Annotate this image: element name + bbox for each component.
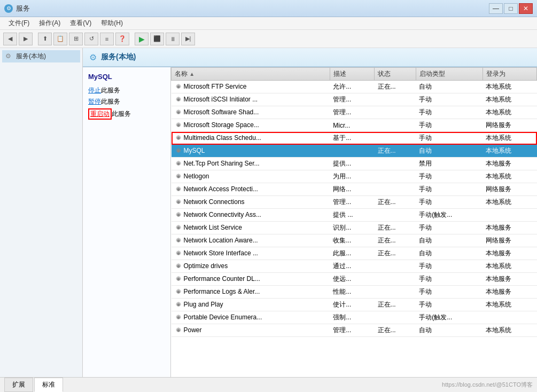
cell-startup: 手动 — [416, 183, 482, 196]
cell-status: 正在... — [375, 81, 416, 93]
stop-link[interactable]: 停止 — [88, 87, 101, 94]
pause-suffix: 此服务 — [101, 98, 120, 105]
cell-name: Microsoft Software Shad... — [172, 106, 330, 119]
cell-status — [375, 158, 416, 170]
sidebar-item-services[interactable]: ⚙ 服务(本地) — [2, 50, 80, 62]
cell-desc: Micr... — [330, 119, 374, 132]
table-row[interactable]: Performance Logs & Aler...性能...手动本地服务 — [172, 286, 537, 299]
toolbar-pause[interactable]: ⏸ — [166, 33, 180, 45]
tab-expand[interactable]: 扩展 — [4, 378, 33, 392]
toolbar-show-hide[interactable]: 📋 — [53, 33, 67, 45]
table-row[interactable]: Plug and Play使计...正在...手动本地系统 — [172, 299, 537, 311]
cell-startup: 手动 — [416, 93, 482, 106]
cell-login: 本地服务 — [482, 158, 536, 170]
cell-name: Microsoft FTP Service — [172, 81, 330, 93]
cell-startup: 禁用 — [416, 158, 482, 170]
right-panel: ⚙ 服务(本地) MySQL 停止此服务 暂停此服务 重启动此服务 — [83, 48, 537, 377]
minimize-button[interactable]: — — [489, 3, 503, 14]
menu-view[interactable]: 查看(V) — [66, 18, 96, 29]
panel-header-icon: ⚙ — [89, 52, 97, 62]
cell-desc: 允许... — [330, 81, 374, 93]
toolbar-help[interactable]: ❓ — [115, 33, 129, 45]
table-container[interactable]: 名称 ▲ 描述 状态 启动类型 登录为 Microsoft FTP Servic… — [171, 67, 537, 377]
toolbar-refresh[interactable]: ↺ — [84, 33, 98, 45]
close-button[interactable]: ✕ — [519, 3, 533, 14]
cell-name: MySQL — [172, 145, 330, 158]
table-row[interactable]: Optimize drives通过...手动本地系统 — [172, 260, 537, 273]
table-row[interactable]: Microsoft iSCSI Initiator ...管理...手动本地系统 — [172, 93, 537, 106]
watermark: https://blog.csdn.net/@51CTO博客 — [442, 381, 533, 389]
toolbar-up[interactable]: ⬆ — [38, 33, 52, 45]
col-header-name[interactable]: 名称 ▲ — [172, 68, 330, 81]
cell-status — [375, 183, 416, 196]
window-title: 服务 — [16, 4, 30, 13]
table-row[interactable]: Multimedia Class Schedu...基于...手动本地系统 — [172, 132, 537, 145]
sidebar-item-label: 服务(本地) — [16, 52, 46, 61]
table-row[interactable]: Power管理...正在...自动本地系统 — [172, 324, 537, 337]
table-row[interactable]: Performance Counter DL...使远...手动本地服务 — [172, 273, 537, 286]
cell-name: Network List Service — [172, 222, 330, 234]
toolbar-forward[interactable]: ▶ — [19, 33, 33, 45]
table-row[interactable]: Microsoft FTP Service允许...正在...自动本地系统 — [172, 81, 537, 93]
cell-login: 本地系统 — [482, 170, 536, 183]
cell-status — [375, 132, 416, 145]
cell-status — [375, 273, 416, 286]
service-info-panel: MySQL 停止此服务 暂停此服务 重启动此服务 — [83, 67, 171, 377]
table-row[interactable]: Network Connectivity Ass...提供 ...手动(触发..… — [172, 209, 537, 222]
menu-action[interactable]: 操作(A) — [35, 18, 65, 29]
col-header-login[interactable]: 登录为 — [482, 68, 536, 81]
cell-desc: 强制... — [330, 311, 374, 324]
toolbar-back[interactable]: ◀ — [3, 33, 17, 45]
cell-login: 本地系统 — [482, 299, 536, 311]
menu-help[interactable]: 帮助(H) — [97, 18, 127, 29]
toolbar-play[interactable]: ▶ — [135, 33, 149, 45]
cell-status: 正在... — [375, 324, 416, 337]
cell-desc: 此服... — [330, 247, 374, 260]
cell-name: Net.Tcp Port Sharing Ser... — [172, 158, 330, 170]
toolbar-restart[interactable]: ▶| — [181, 33, 195, 45]
table-row[interactable]: Network List Service识别...正在...手动本地服务 — [172, 222, 537, 234]
cell-desc: 使远... — [330, 273, 374, 286]
cell-status — [375, 286, 416, 299]
col-header-startup[interactable]: 启动类型 — [416, 68, 482, 81]
pause-link[interactable]: 暂停 — [88, 98, 101, 105]
cell-status — [375, 106, 416, 119]
cell-desc — [330, 145, 374, 158]
cell-login: 本地服务 — [482, 286, 536, 299]
table-row[interactable]: Netlogon为用...手动本地系统 — [172, 170, 537, 183]
table-row[interactable]: Network Location Aware...收集...正在...自动网络服… — [172, 234, 537, 247]
toolbar-stop[interactable]: ⬛ — [150, 33, 164, 45]
panel-header: ⚙ 服务(本地) — [83, 48, 537, 67]
cell-desc: 管理... — [330, 324, 374, 337]
cell-login: 本地系统 — [482, 145, 536, 158]
cell-login: 本地系统 — [482, 260, 536, 273]
cell-desc: 收集... — [330, 234, 374, 247]
cell-startup: 手动(触发... — [416, 311, 482, 324]
cell-name: Power — [172, 324, 330, 337]
cell-name: Optimize drives — [172, 260, 330, 273]
col-header-status[interactable]: 状态 — [375, 68, 416, 81]
table-row[interactable]: MySQL正在...自动本地系统 — [172, 145, 537, 158]
table-row[interactable]: Network Connections管理...正在...手动本地系统 — [172, 196, 537, 209]
restart-link-box: 重启动 — [88, 108, 112, 120]
cell-desc: 为用... — [330, 170, 374, 183]
table-row[interactable]: Network Store Interface ...此服...正在...自动本… — [172, 247, 537, 260]
col-header-desc[interactable]: 描述 — [330, 68, 374, 81]
table-row[interactable]: Portable Device Enumera...强制...手动(触发... — [172, 311, 537, 324]
tab-standard[interactable]: 标准 — [34, 378, 63, 392]
table-row[interactable]: Net.Tcp Port Sharing Ser...提供...禁用本地服务 — [172, 158, 537, 170]
window-controls: — □ ✕ — [489, 3, 533, 14]
table-row[interactable]: Microsoft Storage Space...Micr...手动网络服务 — [172, 119, 537, 132]
toolbar-properties[interactable]: ⊞ — [69, 33, 83, 45]
pause-action: 暂停此服务 — [88, 97, 165, 106]
cell-desc: 识别... — [330, 222, 374, 234]
restart-link[interactable]: 重启动 — [90, 110, 110, 117]
cell-status: 正在... — [375, 299, 416, 311]
table-row[interactable]: Microsoft Software Shad...管理...手动本地系统 — [172, 106, 537, 119]
toolbar-list[interactable]: ≡ — [100, 33, 114, 45]
app-icon: ⚙ — [4, 4, 13, 13]
cell-status — [375, 119, 416, 132]
restore-button[interactable]: □ — [504, 3, 518, 14]
table-row[interactable]: Network Access Protecti...网络...手动网络服务 — [172, 183, 537, 196]
menu-file[interactable]: 文件(F) — [4, 18, 34, 29]
